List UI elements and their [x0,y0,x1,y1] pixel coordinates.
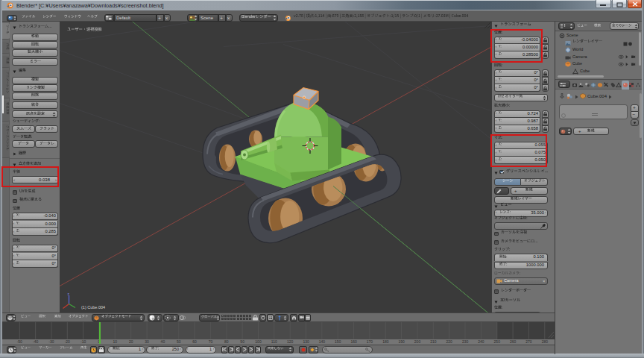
svg-text:z: z [68,292,70,296]
